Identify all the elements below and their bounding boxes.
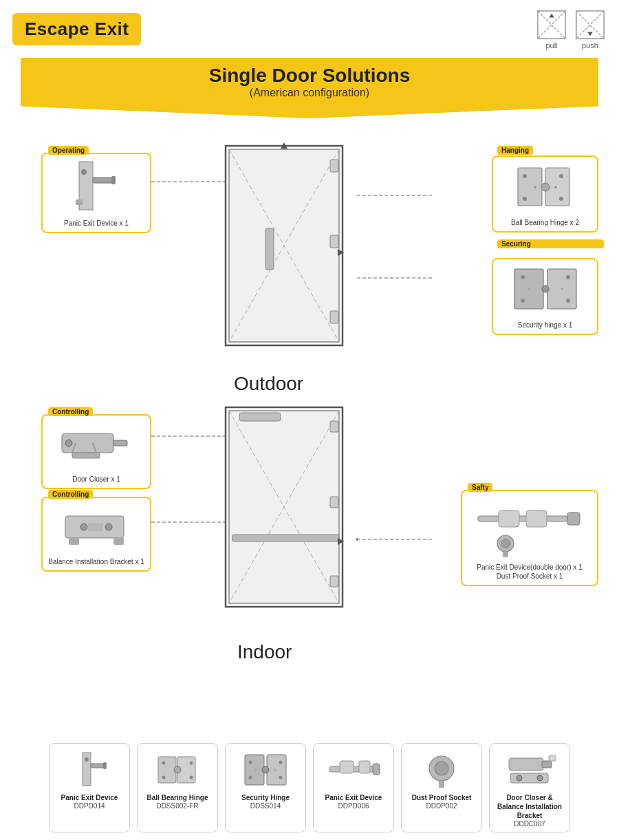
hanging-component: Ball Bearing Hinge x 2 xyxy=(492,155,598,233)
product-name-0: Panic Exit Device xyxy=(52,793,127,802)
svg-point-36 xyxy=(542,286,549,292)
balance-bracket-component: Controlling Balance Installation Bracket… xyxy=(41,497,151,572)
svg-point-87 xyxy=(162,761,166,764)
svg-point-38 xyxy=(521,299,525,303)
product-img-3 xyxy=(326,749,381,790)
svg-point-42 xyxy=(561,288,563,290)
svg-point-78 xyxy=(501,539,510,548)
product-card-5: Door Closer & Balance Installation Brack… xyxy=(489,743,570,832)
pull-door-icon xyxy=(535,8,568,41)
product-code-4: DDDP002 xyxy=(404,802,479,810)
svg-point-56 xyxy=(80,524,87,530)
svg-point-93 xyxy=(262,766,269,773)
svg-rect-58 xyxy=(88,523,103,531)
svg-rect-74 xyxy=(567,513,580,525)
product-img-4 xyxy=(414,749,469,790)
svg-rect-73 xyxy=(478,516,567,521)
pull-push-icons: pull push xyxy=(535,8,607,50)
hanging-caption: Ball Bearing Hinge x 2 xyxy=(497,218,593,227)
svg-rect-102 xyxy=(340,761,354,773)
connector-hanging xyxy=(356,194,432,197)
product-icon-0 xyxy=(69,751,110,789)
svg-point-88 xyxy=(162,775,166,779)
svg-point-105 xyxy=(435,762,448,775)
product-code-2: DDSS014 xyxy=(228,802,303,810)
product-name-1: Ball Bearing Hinge xyxy=(140,793,215,802)
svg-point-11 xyxy=(81,169,87,175)
indoor-label: Indoor xyxy=(237,641,292,663)
svg-rect-22 xyxy=(330,311,338,323)
push-door-icon xyxy=(574,8,607,41)
svg-rect-81 xyxy=(91,764,105,768)
svg-rect-69 xyxy=(330,576,338,587)
security-hinge-img xyxy=(508,263,583,315)
securing-component: Security hinge x 1 xyxy=(492,258,598,335)
svg-rect-25 xyxy=(518,168,542,206)
svg-point-39 xyxy=(566,275,570,279)
svg-rect-10 xyxy=(111,176,116,184)
svg-rect-66 xyxy=(239,413,281,421)
svg-point-40 xyxy=(566,299,570,303)
securing-caption: Security hinge x 1 xyxy=(497,321,593,330)
product-icon-2 xyxy=(241,751,290,789)
svg-marker-72 xyxy=(356,538,358,541)
page-title: Escape Exit xyxy=(25,19,129,40)
svg-point-37 xyxy=(521,275,525,279)
svg-rect-21 xyxy=(330,235,338,248)
svg-point-86 xyxy=(174,766,181,773)
svg-rect-54 xyxy=(69,538,79,545)
svg-point-95 xyxy=(249,775,252,779)
svg-marker-7 xyxy=(587,32,593,36)
svg-rect-20 xyxy=(330,160,338,172)
header: Escape Exit pull push xyxy=(0,0,619,58)
svg-point-27 xyxy=(541,183,550,191)
svg-point-28 xyxy=(523,174,527,178)
product-code-5: DDDC007 xyxy=(492,820,567,828)
safety-caption: Panic Exit Device(double door) x 1Dust P… xyxy=(466,563,593,581)
svg-point-33 xyxy=(554,186,557,189)
svg-rect-9 xyxy=(93,177,113,183)
svg-point-83 xyxy=(85,757,89,762)
svg-rect-107 xyxy=(509,758,543,771)
products-row: Panic Exit Device DDPD014 Ball Bearing H… xyxy=(0,743,619,832)
svg-point-110 xyxy=(517,775,522,781)
svg-point-57 xyxy=(105,524,112,530)
securing-tag: Securing xyxy=(497,239,604,248)
product-code-0: DDPD014 xyxy=(52,802,127,810)
svg-point-47 xyxy=(65,440,72,446)
product-card-0: Panic Exit Device DDPD014 xyxy=(49,743,130,832)
product-img-2 xyxy=(238,749,293,790)
product-img-5 xyxy=(502,749,557,790)
product-name-2: Security Hinge xyxy=(228,793,303,802)
svg-point-30 xyxy=(559,174,563,178)
hanging-tag: Hanging xyxy=(497,146,533,155)
panic-exit-device-outdoor-img xyxy=(55,158,138,213)
safety-tag: Safty xyxy=(468,483,492,492)
svg-point-89 xyxy=(190,761,193,764)
svg-point-97 xyxy=(279,775,283,779)
svg-rect-101 xyxy=(373,764,380,775)
svg-point-98 xyxy=(254,768,257,771)
operating-tag: Operating xyxy=(48,146,89,155)
product-icon-5 xyxy=(502,751,557,789)
outdoor-door-diagram xyxy=(212,139,356,373)
svg-point-29 xyxy=(523,197,527,201)
product-code-1: DDSS002-FR xyxy=(140,802,215,810)
product-icon-4 xyxy=(424,751,459,789)
pull-icon-group: pull xyxy=(535,8,568,50)
balance-bracket-img xyxy=(55,502,138,552)
solution-banner: Single Door Solutions (American configur… xyxy=(21,58,598,118)
svg-marker-3 xyxy=(549,14,554,18)
svg-rect-46 xyxy=(113,440,127,446)
safety-device-img xyxy=(471,495,588,557)
svg-point-41 xyxy=(528,288,530,290)
svg-rect-79 xyxy=(503,552,508,557)
title-badge: Escape Exit xyxy=(12,13,141,45)
door-closer-component: Controlling Door Closer x 1 xyxy=(41,414,151,489)
svg-rect-67 xyxy=(330,421,338,432)
controlling-tag-2: Controlling xyxy=(48,490,93,499)
connector-safety xyxy=(356,538,432,541)
door-closer-img xyxy=(55,420,138,469)
balance-bracket-caption: Balance Installation Bracket x 1 xyxy=(47,557,146,566)
svg-point-111 xyxy=(537,775,543,781)
